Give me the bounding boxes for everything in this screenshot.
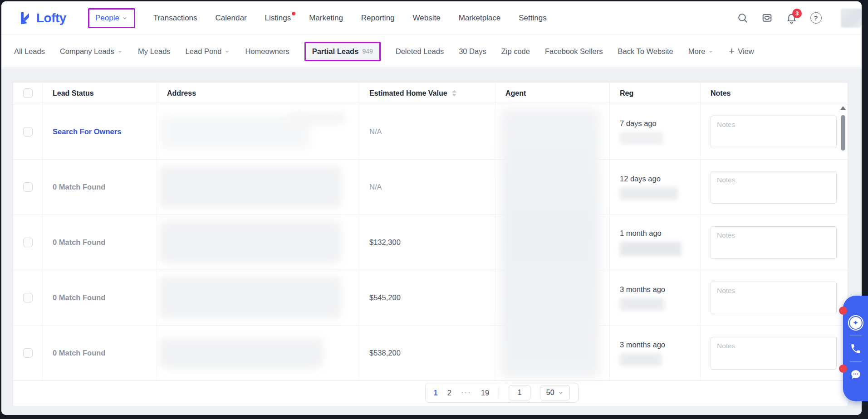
agent-cell-redacted xyxy=(495,270,610,325)
nav-item-people[interactable]: People xyxy=(95,14,128,23)
scrollbar-thumb[interactable] xyxy=(841,115,845,151)
chevron-down-icon xyxy=(117,49,123,54)
nav-item-reporting[interactable]: Reporting xyxy=(361,14,395,23)
row-select-checkbox[interactable] xyxy=(23,182,33,192)
select-all-checkbox[interactable] xyxy=(23,88,33,98)
notes-input[interactable] xyxy=(711,337,837,370)
lofty-logo[interactable]: Lofty xyxy=(18,11,66,25)
row-select-checkbox[interactable] xyxy=(23,293,33,302)
subnav-item-my-leads[interactable]: My Leads xyxy=(138,47,171,56)
subnav-item-company-leads[interactable]: Company Leads xyxy=(60,47,123,56)
subnav-label: More xyxy=(688,47,706,56)
chat-icon[interactable] xyxy=(848,367,863,382)
page-size-value: 50 xyxy=(546,389,554,397)
nav-item-calendar[interactable]: Calendar xyxy=(216,14,247,23)
row-select-checkbox[interactable] xyxy=(23,127,33,136)
page-size-select[interactable]: 50 xyxy=(540,385,570,400)
subnav-label: Zip code xyxy=(501,47,530,56)
partial-leads-count: 949 xyxy=(362,48,373,55)
reg-time: 7 days ago xyxy=(620,119,657,128)
address-cell-redacted xyxy=(157,215,359,270)
column-header-lead-status: Lead Status xyxy=(43,83,157,104)
floating-action-panel: ✦ xyxy=(843,296,868,401)
notification-badge: 3 xyxy=(792,9,802,18)
subnav-label: Partial Leads xyxy=(312,47,359,56)
nav-label: Marketplace xyxy=(459,14,501,23)
subnav-item-more[interactable]: More xyxy=(688,47,714,56)
panel-divider xyxy=(850,361,862,362)
redacted-reg-detail xyxy=(620,187,678,200)
subnav-item-homeowners[interactable]: Homeowners xyxy=(245,47,289,56)
nav-item-listings[interactable]: Listings xyxy=(265,14,291,23)
page-button-1[interactable]: 1 xyxy=(434,389,438,397)
subnav-item-partial-leads[interactable]: Partial Leads 949 xyxy=(304,42,381,61)
lead-status: 0 Match Found xyxy=(53,238,105,247)
alert-dot xyxy=(839,307,847,315)
inbox-icon[interactable] xyxy=(761,12,773,24)
ai-assistant-icon[interactable]: ✦ xyxy=(848,315,863,331)
redacted-address xyxy=(161,115,310,149)
redacted-reg-detail xyxy=(620,242,682,256)
subnav-item-deleted-leads[interactable]: Deleted Leads xyxy=(396,47,444,56)
subnav-label: Company Leads xyxy=(60,47,114,56)
notes-input[interactable] xyxy=(711,226,837,259)
subnav-item-30-days[interactable]: 30 Days xyxy=(459,47,486,56)
table-row: 0 Match Found $538,200 3 months ago xyxy=(13,326,848,381)
subnav-item-all-leads[interactable]: All Leads xyxy=(14,47,45,56)
nav-label: People xyxy=(95,14,119,23)
nav-item-transactions[interactable]: Transactions xyxy=(153,14,197,23)
estimated-home-value: $132,300 xyxy=(369,238,401,247)
sort-toggle[interactable] xyxy=(452,90,456,97)
table-scrollbar[interactable] xyxy=(840,106,846,151)
page-ellipsis[interactable]: ··· xyxy=(461,388,471,397)
nav-label: Reporting xyxy=(361,14,395,23)
nav-right-actions: 3 ? xyxy=(736,9,862,28)
page-jump-input[interactable] xyxy=(509,385,530,400)
nav-label: Transactions xyxy=(153,14,197,23)
subnav-item-zip-code[interactable]: Zip code xyxy=(501,47,530,56)
column-header-address: Address xyxy=(157,83,359,104)
agent-cell-redacted xyxy=(495,160,610,214)
row-select-checkbox[interactable] xyxy=(23,348,33,358)
nav-item-marketplace[interactable]: Marketplace xyxy=(459,14,501,23)
subnav-item-back-to-website[interactable]: Back To Website xyxy=(618,47,673,56)
lead-views-subnav: All Leads Company Leads My Leads Lead Po… xyxy=(1,35,862,68)
page-button-19[interactable]: 19 xyxy=(481,389,489,397)
notes-input[interactable] xyxy=(711,282,837,314)
help-icon[interactable]: ? xyxy=(810,12,822,24)
lead-status-link[interactable]: Search For Owners xyxy=(53,127,121,136)
lead-status: 0 Match Found xyxy=(53,183,105,191)
scroll-up-arrow-icon[interactable] xyxy=(840,106,846,110)
subnav-item-lead-pond[interactable]: Lead Pond xyxy=(186,47,230,56)
nav-item-settings[interactable]: Settings xyxy=(519,14,546,23)
user-avatar[interactable] xyxy=(841,9,862,28)
page-button-2[interactable]: 2 xyxy=(447,389,451,397)
chevron-down-icon xyxy=(122,15,128,21)
address-cell-redacted xyxy=(157,326,359,380)
estimated-home-value: $538,200 xyxy=(369,349,401,357)
subnav-label: Facebook Sellers xyxy=(545,47,603,56)
people-highlight-box: People xyxy=(88,8,135,28)
row-select-checkbox[interactable] xyxy=(23,238,33,247)
notes-input[interactable] xyxy=(711,116,837,148)
notifications-bell-icon[interactable]: 3 xyxy=(785,12,797,24)
nav-item-marketing[interactable]: Marketing xyxy=(309,14,343,23)
estimated-home-value: N/A xyxy=(369,183,382,191)
notes-input[interactable] xyxy=(711,171,837,204)
redacted-reg-detail xyxy=(620,132,663,145)
subnav-item-facebook-sellers[interactable]: Facebook Sellers xyxy=(545,47,603,56)
listings-alert-dot xyxy=(292,12,295,15)
table-row: 0 Match Found N/A 12 days ago xyxy=(13,160,848,215)
search-icon[interactable] xyxy=(736,12,748,24)
agent-cell-redacted xyxy=(495,326,610,380)
reg-time: 3 months ago xyxy=(620,285,665,294)
add-view-button[interactable]: + View xyxy=(729,46,754,56)
subnav-label: Lead Pond xyxy=(186,47,222,56)
redacted-reg-detail xyxy=(620,353,662,366)
chevron-down-icon xyxy=(708,49,714,54)
phone-icon[interactable] xyxy=(848,341,863,356)
pager-divider xyxy=(499,387,499,399)
page-content: Lead Status Address Estimated Home Value… xyxy=(1,68,862,415)
nav-item-website[interactable]: Website xyxy=(413,14,441,23)
agent-cell-redacted xyxy=(495,215,610,270)
